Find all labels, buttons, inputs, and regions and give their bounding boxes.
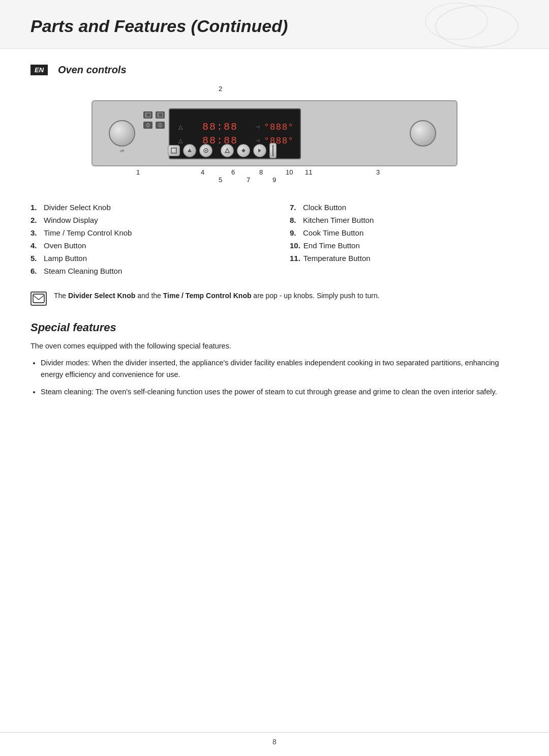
- special-features-list: Divider modes: When the divider inserted…: [41, 357, 518, 398]
- note-text: The Divider Select Knob and the Time / T…: [54, 290, 380, 301]
- part-num-2: 2.: [30, 216, 41, 224]
- part-num-5: 5.: [30, 254, 41, 263]
- label-4: 4: [201, 168, 204, 176]
- oven-controls-section-title: EN Oven controls: [30, 64, 518, 76]
- list-item: 9. Cook Time Button: [290, 228, 518, 237]
- list-item: 10. End Time Button: [290, 241, 518, 250]
- list-item: 11. Temperature Button: [290, 254, 518, 263]
- icon-box-4: [156, 122, 165, 129]
- part-label-8: Kitchen Timer Button: [303, 216, 374, 224]
- label-9: 9: [272, 176, 276, 184]
- svg-marker-12: [225, 149, 229, 153]
- oven-body: △ 88:88 ⊣ °888° △ 88:88 ⊣ °888°: [92, 100, 458, 166]
- note-box: The Divider Select Knob and the Time / T…: [30, 290, 518, 306]
- list-item: 4. Oven Button: [30, 241, 259, 250]
- divider-select-knob[interactable]: [109, 120, 135, 147]
- svg-marker-15: [258, 149, 261, 153]
- list-item: 5. Lamp Button: [30, 254, 259, 263]
- label-7: 7: [247, 176, 250, 184]
- part-label-1: Divider Select Knob: [44, 203, 111, 212]
- label-2-above: 2: [219, 85, 222, 93]
- label-11: 11: [305, 168, 312, 176]
- list-item: 6. Steam Cleaning Button: [30, 267, 259, 275]
- list-item: 8. Kitchen Timer Button: [290, 216, 518, 224]
- icon-box-2: [156, 111, 165, 119]
- display-icon-top: △: [176, 124, 185, 130]
- part-num-11: 11.: [290, 254, 300, 263]
- icons-panel: [143, 111, 165, 129]
- page-header: Parts and Features (Continued): [0, 0, 549, 49]
- part-num-4: 4.: [30, 241, 41, 250]
- list-item: 7. Clock Button: [290, 203, 518, 212]
- list-item: 1. Divider Select Knob: [30, 203, 259, 212]
- page-content: EN Oven controls 2: [0, 49, 549, 423]
- part-label-7: Clock Button: [303, 203, 346, 212]
- part-num-7: 7.: [290, 203, 300, 212]
- part-label-2: Window Display: [44, 216, 98, 224]
- list-item: Divider modes: When the divider inserted…: [41, 357, 518, 381]
- list-item: 3. Time / Temp Control Knob: [30, 228, 259, 237]
- svg-marker-13: [241, 149, 246, 151]
- display-time-top: 88:88: [189, 121, 251, 133]
- label-6: 6: [231, 168, 235, 176]
- label-3: 3: [376, 168, 380, 176]
- part-label-4: Oven Button: [44, 241, 86, 250]
- lamp-button[interactable]: [183, 144, 196, 157]
- svg-rect-17: [33, 294, 44, 303]
- clock-button[interactable]: [221, 144, 234, 157]
- svg-rect-16: [272, 145, 273, 156]
- svg-rect-8: [171, 148, 176, 153]
- button-row: [168, 143, 277, 158]
- cook-time-button[interactable]: [253, 144, 266, 157]
- svg-marker-14: [241, 151, 246, 153]
- time-temp-control-knob[interactable]: [410, 120, 436, 147]
- part-label-11: Temperature Button: [303, 254, 371, 263]
- display-arrow-top: ⊣: [255, 124, 260, 130]
- svg-rect-0: [145, 113, 150, 117]
- kitchen-timer-button[interactable]: [237, 144, 250, 157]
- part-num-1: 1.: [30, 203, 41, 212]
- label-1: 1: [136, 168, 140, 176]
- part-num-8: 8.: [290, 216, 300, 224]
- label-5: 5: [219, 176, 222, 184]
- list-item: Steam cleaning: The oven's self-cleaning…: [41, 386, 518, 398]
- svg-marker-9: [188, 149, 192, 152]
- svg-point-11: [205, 150, 207, 152]
- list-item: 2. Window Display: [30, 216, 259, 224]
- note-icon: [30, 292, 47, 306]
- part-label-3: Time / Temp Control Knob: [44, 228, 132, 237]
- special-features-section: Special features The oven comes equipped…: [30, 321, 518, 398]
- part-num-3: 3.: [30, 228, 41, 237]
- parts-list: 1. Divider Select Knob 7. Clock Button 2…: [30, 203, 518, 275]
- page-footer: 8: [0, 732, 549, 746]
- part-num-10: 10.: [290, 241, 300, 250]
- oven-controls-label: Oven controls: [58, 64, 126, 76]
- icon-box-3: [143, 122, 152, 129]
- end-time-button[interactable]: [269, 143, 277, 158]
- page-number: 8: [272, 738, 277, 746]
- part-num-9: 9.: [290, 228, 300, 237]
- svg-rect-2: [158, 113, 163, 117]
- label-8: 8: [259, 168, 263, 176]
- steam-cleaning-button[interactable]: [199, 144, 212, 157]
- part-label-10: End Time Button: [303, 241, 360, 250]
- display-temp-top: °888°: [264, 122, 294, 132]
- part-label-5: Lamp Button: [44, 254, 87, 263]
- lang-badge: EN: [30, 65, 48, 75]
- part-num-6: 6.: [30, 267, 41, 275]
- part-label-9: Cook Time Button: [303, 228, 363, 237]
- oven-button[interactable]: [168, 145, 180, 156]
- diagram-labels: 1 4 5 6 7 8 9 10 11 3: [92, 168, 458, 188]
- special-features-title: Special features: [30, 321, 518, 334]
- oven-diagram: 2: [30, 85, 518, 188]
- special-features-intro: The oven comes equipped with the followi…: [30, 340, 518, 352]
- label-10: 10: [286, 168, 293, 176]
- icon-box-1: [143, 111, 152, 119]
- page-title: Parts and Features (Continued): [30, 16, 518, 36]
- part-label-6: Steam Cleaning Button: [44, 267, 122, 275]
